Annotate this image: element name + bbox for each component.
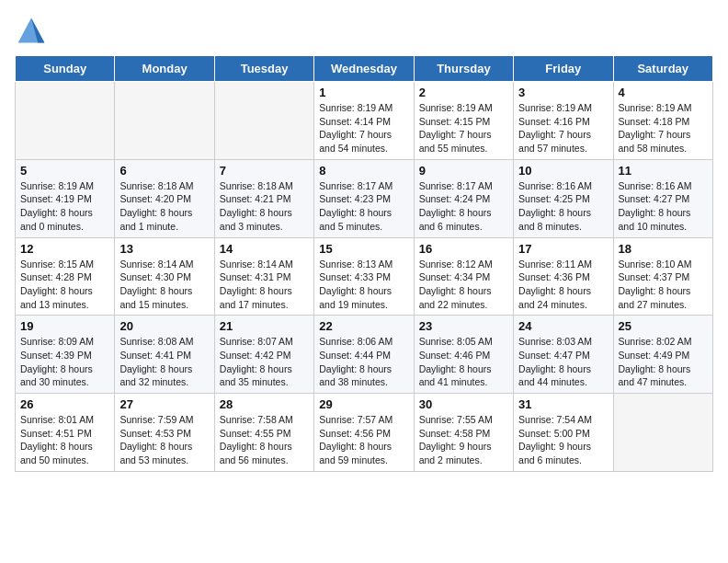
day-number: 15: [319, 242, 408, 256]
day-info: Sunrise: 7:58 AM Sunset: 4:55 PM Dayligh…: [220, 413, 309, 467]
day-info: Sunrise: 8:19 AM Sunset: 4:18 PM Dayligh…: [619, 101, 708, 155]
calendar-cell: 13Sunrise: 8:14 AM Sunset: 4:30 PM Dayli…: [115, 237, 214, 316]
calendar-week-4: 19Sunrise: 8:09 AM Sunset: 4:39 PM Dayli…: [16, 316, 713, 394]
day-number: 22: [319, 319, 408, 333]
day-of-week-header: SundayMondayTuesdayWednesdayThursdayFrid…: [16, 56, 713, 82]
day-info: Sunrise: 8:16 AM Sunset: 4:25 PM Dayligh…: [518, 179, 608, 234]
day-number: 5: [20, 164, 109, 178]
calendar-cell: 10Sunrise: 8:16 AM Sunset: 4:25 PM Dayli…: [514, 159, 613, 237]
day-number: 21: [220, 319, 309, 333]
day-header-monday: Monday: [115, 56, 214, 82]
day-header-sunday: Sunday: [16, 56, 115, 82]
calendar-cell: 2Sunrise: 8:19 AM Sunset: 4:15 PM Daylig…: [414, 82, 513, 160]
day-number: 4: [619, 86, 708, 99]
calendar-cell: 20Sunrise: 8:08 AM Sunset: 4:41 PM Dayli…: [115, 316, 214, 394]
calendar-cell: 30Sunrise: 7:55 AM Sunset: 4:58 PM Dayli…: [414, 394, 513, 472]
day-header-thursday: Thursday: [414, 56, 513, 82]
day-info: Sunrise: 8:02 AM Sunset: 4:49 PM Dayligh…: [619, 335, 708, 389]
day-number: 11: [619, 164, 708, 178]
day-info: Sunrise: 8:09 AM Sunset: 4:39 PM Dayligh…: [20, 335, 109, 389]
day-info: Sunrise: 8:18 AM Sunset: 4:20 PM Dayligh…: [119, 179, 209, 234]
day-info: Sunrise: 8:17 AM Sunset: 4:23 PM Dayligh…: [319, 179, 408, 234]
day-info: Sunrise: 8:17 AM Sunset: 4:24 PM Dayligh…: [419, 179, 508, 234]
calendar-cell: 25Sunrise: 8:02 AM Sunset: 4:49 PM Dayli…: [613, 316, 712, 394]
calendar-cell: 1Sunrise: 8:19 AM Sunset: 4:14 PM Daylig…: [314, 82, 414, 160]
day-number: 18: [619, 242, 708, 256]
calendar-cell: 23Sunrise: 8:05 AM Sunset: 4:46 PM Dayli…: [414, 316, 513, 394]
calendar-cell: 5Sunrise: 8:19 AM Sunset: 4:19 PM Daylig…: [16, 159, 115, 237]
calendar-cell: 15Sunrise: 8:13 AM Sunset: 4:33 PM Dayli…: [314, 237, 414, 316]
day-info: Sunrise: 8:06 AM Sunset: 4:44 PM Dayligh…: [319, 335, 408, 389]
day-number: 27: [119, 397, 209, 411]
day-number: 13: [119, 242, 209, 256]
day-info: Sunrise: 8:08 AM Sunset: 4:41 PM Dayligh…: [119, 335, 209, 389]
calendar-cell: 24Sunrise: 8:03 AM Sunset: 4:47 PM Dayli…: [514, 316, 613, 394]
calendar-cell: 19Sunrise: 8:09 AM Sunset: 4:39 PM Dayli…: [16, 316, 115, 394]
day-number: 24: [518, 319, 608, 333]
calendar-cell: [214, 82, 313, 160]
day-number: 10: [518, 164, 608, 178]
calendar-week-5: 26Sunrise: 8:01 AM Sunset: 4:51 PM Dayli…: [16, 394, 713, 472]
calendar-cell: 26Sunrise: 8:01 AM Sunset: 4:51 PM Dayli…: [16, 394, 115, 472]
day-info: Sunrise: 8:03 AM Sunset: 4:47 PM Dayligh…: [518, 335, 608, 389]
day-info: Sunrise: 8:05 AM Sunset: 4:46 PM Dayligh…: [419, 335, 508, 389]
day-info: Sunrise: 8:19 AM Sunset: 4:15 PM Dayligh…: [419, 101, 508, 155]
day-info: Sunrise: 7:57 AM Sunset: 4:56 PM Dayligh…: [319, 413, 408, 467]
day-header-wednesday: Wednesday: [314, 56, 414, 82]
page-header: [15, 15, 713, 48]
day-info: Sunrise: 8:14 AM Sunset: 4:30 PM Dayligh…: [119, 258, 209, 312]
day-info: Sunrise: 8:13 AM Sunset: 4:33 PM Dayligh…: [319, 258, 408, 312]
day-info: Sunrise: 8:16 AM Sunset: 4:27 PM Dayligh…: [619, 179, 708, 234]
day-number: 20: [119, 319, 209, 333]
day-number: 26: [20, 397, 109, 411]
calendar-week-1: 1Sunrise: 8:19 AM Sunset: 4:14 PM Daylig…: [16, 82, 713, 160]
calendar-cell: 29Sunrise: 7:57 AM Sunset: 4:56 PM Dayli…: [314, 394, 414, 472]
logo-icon: [15, 15, 48, 48]
day-number: 7: [220, 164, 309, 178]
calendar-cell: 17Sunrise: 8:11 AM Sunset: 4:36 PM Dayli…: [514, 237, 613, 316]
day-number: 29: [319, 397, 408, 411]
calendar-cell: 18Sunrise: 8:10 AM Sunset: 4:37 PM Dayli…: [613, 237, 712, 316]
day-number: 1: [319, 86, 408, 99]
day-info: Sunrise: 8:19 AM Sunset: 4:14 PM Dayligh…: [319, 101, 408, 155]
calendar-cell: 7Sunrise: 8:18 AM Sunset: 4:21 PM Daylig…: [214, 159, 313, 237]
calendar-cell: 22Sunrise: 8:06 AM Sunset: 4:44 PM Dayli…: [314, 316, 414, 394]
day-number: 3: [518, 86, 608, 99]
day-number: 9: [419, 164, 508, 178]
day-number: 16: [419, 242, 508, 256]
day-number: 30: [419, 397, 508, 411]
calendar-cell: 14Sunrise: 8:14 AM Sunset: 4:31 PM Dayli…: [214, 237, 313, 316]
calendar-cell: 6Sunrise: 8:18 AM Sunset: 4:20 PM Daylig…: [115, 159, 214, 237]
calendar-cell: [115, 82, 214, 160]
calendar-cell: 16Sunrise: 8:12 AM Sunset: 4:34 PM Dayli…: [414, 237, 513, 316]
calendar-table: SundayMondayTuesdayWednesdayThursdayFrid…: [15, 55, 713, 472]
calendar-cell: [613, 394, 712, 472]
calendar-cell: 21Sunrise: 8:07 AM Sunset: 4:42 PM Dayli…: [214, 316, 313, 394]
calendar-cell: 27Sunrise: 7:59 AM Sunset: 4:53 PM Dayli…: [115, 394, 214, 472]
calendar-cell: 3Sunrise: 8:19 AM Sunset: 4:16 PM Daylig…: [514, 82, 613, 160]
day-number: 6: [119, 164, 209, 178]
calendar-cell: 9Sunrise: 8:17 AM Sunset: 4:24 PM Daylig…: [414, 159, 513, 237]
day-info: Sunrise: 8:15 AM Sunset: 4:28 PM Dayligh…: [20, 258, 109, 312]
day-number: 17: [518, 242, 608, 256]
day-info: Sunrise: 7:54 AM Sunset: 5:00 PM Dayligh…: [518, 413, 608, 467]
calendar-cell: 31Sunrise: 7:54 AM Sunset: 5:00 PM Dayli…: [514, 394, 613, 472]
day-number: 2: [419, 86, 508, 99]
calendar-cell: 8Sunrise: 8:17 AM Sunset: 4:23 PM Daylig…: [314, 159, 414, 237]
day-number: 19: [20, 319, 109, 333]
day-header-saturday: Saturday: [613, 56, 712, 82]
calendar-cell: 12Sunrise: 8:15 AM Sunset: 4:28 PM Dayli…: [16, 237, 115, 316]
day-info: Sunrise: 8:01 AM Sunset: 4:51 PM Dayligh…: [20, 413, 109, 467]
day-info: Sunrise: 8:12 AM Sunset: 4:34 PM Dayligh…: [419, 258, 508, 312]
day-number: 14: [220, 242, 309, 256]
day-number: 12: [20, 242, 109, 256]
day-header-tuesday: Tuesday: [214, 56, 313, 82]
calendar-week-3: 12Sunrise: 8:15 AM Sunset: 4:28 PM Dayli…: [16, 237, 713, 316]
calendar-cell: 4Sunrise: 8:19 AM Sunset: 4:18 PM Daylig…: [613, 82, 712, 160]
day-header-friday: Friday: [514, 56, 613, 82]
day-info: Sunrise: 8:14 AM Sunset: 4:31 PM Dayligh…: [220, 258, 309, 312]
calendar-cell: 28Sunrise: 7:58 AM Sunset: 4:55 PM Dayli…: [214, 394, 313, 472]
day-info: Sunrise: 7:59 AM Sunset: 4:53 PM Dayligh…: [119, 413, 209, 467]
day-number: 28: [220, 397, 309, 411]
day-info: Sunrise: 8:11 AM Sunset: 4:36 PM Dayligh…: [518, 258, 608, 312]
